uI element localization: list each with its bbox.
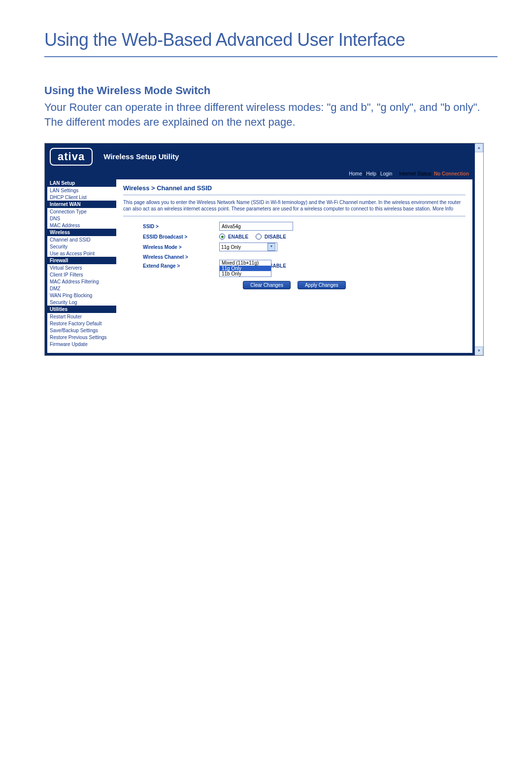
essid-disable-text: DISABLE xyxy=(265,234,286,240)
sidebar-item[interactable]: Client IP Filters xyxy=(47,271,116,278)
sidebar-item[interactable]: Security Log xyxy=(47,299,116,306)
apply-changes-button[interactable]: Apply Changes xyxy=(298,281,346,289)
sidebar: LAN SetupLAN SettingsDHCP Client ListInt… xyxy=(47,179,116,353)
sidebar-item[interactable]: Channel and SSID xyxy=(47,236,116,243)
sidebar-item[interactable]: Use as Access Point xyxy=(47,250,116,257)
status-label: Internet Status: xyxy=(399,171,432,176)
wireless-mode-options: Mixed (11b+11g) 11g Only 11b Only xyxy=(219,260,271,277)
sidebar-item[interactable]: MAC Address Filtering xyxy=(47,278,116,285)
router-ui: ativa Wireless Setup Utility Home | Help… xyxy=(45,143,475,355)
mode-option-11g[interactable]: 11g Only xyxy=(220,266,271,271)
sidebar-item[interactable]: DNS xyxy=(47,215,116,222)
sidebar-header: Internet WAN xyxy=(47,201,116,208)
sidebar-item[interactable]: Restart Router xyxy=(47,313,116,320)
sidebar-item[interactable]: Restore Previous Settings xyxy=(47,334,116,341)
ssid-label: SSID > xyxy=(123,224,219,229)
sidebar-item[interactable]: WAN Ping Blocking xyxy=(47,292,116,299)
brand-logo: ativa xyxy=(50,148,93,166)
wireless-channel-label: Wireless Channel > xyxy=(123,254,219,260)
sidebar-header: Utilities xyxy=(47,306,116,313)
essid-disable-radio[interactable] xyxy=(256,234,262,240)
sidebar-item[interactable]: DHCP Client List xyxy=(47,194,116,201)
sidebar-item[interactable]: Firmware Update xyxy=(47,341,116,347)
router-screenshot: ▴ ▾ ativa Wireless Setup Utility Home | … xyxy=(44,143,484,356)
sidebar-item[interactable]: Save/Backup Settings xyxy=(47,327,116,334)
sidebar-item[interactable]: MAC Address xyxy=(47,222,116,229)
essid-broadcast-label: ESSID Broadcast > xyxy=(123,234,219,240)
section-heading: Using the Wireless Mode Switch xyxy=(44,84,498,97)
section-body: Your Router can operate in three differe… xyxy=(44,100,498,129)
essid-enable-text: ENABLE xyxy=(228,234,248,240)
help-link[interactable]: Help xyxy=(366,171,376,176)
sidebar-item[interactable]: LAN Settings xyxy=(47,187,116,194)
sidebar-item[interactable]: DMZ xyxy=(47,285,116,292)
page-title: Using the Web-Based Advanced User Interf… xyxy=(44,30,498,57)
scroll-up-icon[interactable]: ▴ xyxy=(474,143,483,152)
clear-changes-button[interactable]: Clear Changes xyxy=(243,281,291,289)
mode-option-11b[interactable]: 11b Only xyxy=(220,271,271,276)
scroll-down-icon[interactable]: ▾ xyxy=(474,346,483,355)
mode-option-mixed[interactable]: Mixed (11b+11g) xyxy=(220,260,271,266)
sidebar-header: Wireless xyxy=(47,229,116,236)
sidebar-item[interactable]: Virtual Servers xyxy=(47,264,116,271)
page-description: This page allows you to enter the Wirele… xyxy=(123,199,466,216)
sidebar-header: LAN Setup xyxy=(47,179,116,187)
brand-logo-text: ativa xyxy=(58,150,85,163)
wireless-mode-label: Wireless Mode > xyxy=(123,244,219,250)
more-info-link[interactable]: More Info xyxy=(432,206,453,211)
chevron-down-icon: ▾ xyxy=(267,243,275,251)
wireless-mode-value: 11g Only xyxy=(221,244,241,250)
login-link[interactable]: Login xyxy=(380,171,392,176)
ssid-input[interactable] xyxy=(219,222,293,231)
sidebar-item[interactable]: Connection Type xyxy=(47,208,116,215)
home-link[interactable]: Home xyxy=(349,171,362,176)
essid-enable-radio[interactable] xyxy=(219,234,225,240)
utility-title: Wireless Setup Utility xyxy=(103,152,179,161)
extend-range-label: Extend Range > xyxy=(123,263,219,269)
sidebar-item[interactable]: Security xyxy=(47,243,116,250)
router-header: ativa Wireless Setup Utility xyxy=(45,143,475,170)
top-links: Home | Help | Login Internet Status: No … xyxy=(45,170,475,179)
sidebar-item[interactable]: Restore Factory Default xyxy=(47,320,116,327)
description-text: This page allows you to enter the Wirele… xyxy=(123,200,461,211)
wireless-mode-select[interactable]: 11g Only ▾ xyxy=(219,242,277,251)
status-value: No Connection xyxy=(434,171,469,176)
breadcrumb: Wireless > Channel and SSID xyxy=(123,182,466,195)
sidebar-header: Firewall xyxy=(47,257,116,264)
content-area: Wireless > Channel and SSID This page al… xyxy=(116,179,472,353)
